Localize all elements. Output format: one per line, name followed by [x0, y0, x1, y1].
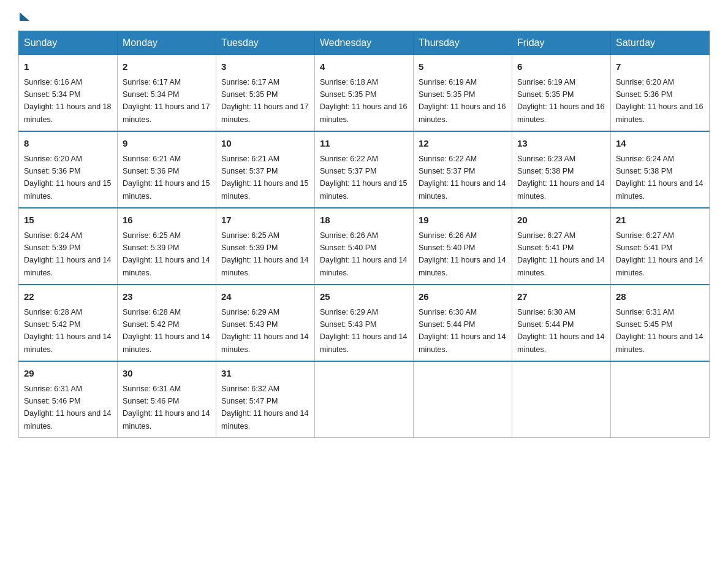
day-info: Sunrise: 6:27 AMSunset: 5:41 PMDaylight:… — [616, 231, 703, 277]
calendar-cell: 30 Sunrise: 6:31 AMSunset: 5:46 PMDaylig… — [118, 361, 216, 438]
day-number: 13 — [517, 137, 605, 151]
day-number: 7 — [616, 60, 704, 74]
day-number: 5 — [419, 60, 507, 74]
day-number: 24 — [221, 290, 309, 304]
week-row-3: 15 Sunrise: 6:24 AMSunset: 5:39 PMDaylig… — [19, 208, 710, 285]
calendar-cell: 16 Sunrise: 6:25 AMSunset: 5:39 PMDaylig… — [118, 208, 216, 285]
day-number: 1 — [24, 60, 112, 74]
calendar-cell: 17 Sunrise: 6:25 AMSunset: 5:39 PMDaylig… — [216, 208, 315, 285]
day-number: 21 — [616, 213, 704, 228]
day-number: 6 — [517, 60, 605, 74]
day-number: 19 — [419, 213, 507, 228]
day-info: Sunrise: 6:31 AMSunset: 5:45 PMDaylight:… — [616, 308, 703, 354]
calendar-cell: 29 Sunrise: 6:31 AMSunset: 5:46 PMDaylig… — [19, 361, 118, 438]
header-friday: Friday — [512, 31, 611, 55]
week-row-1: 1 Sunrise: 6:16 AMSunset: 5:34 PMDayligh… — [19, 55, 710, 132]
day-number: 15 — [24, 213, 112, 228]
day-info: Sunrise: 6:16 AMSunset: 5:34 PMDaylight:… — [24, 78, 111, 124]
day-number: 2 — [123, 60, 211, 74]
day-number: 12 — [419, 137, 507, 151]
day-info: Sunrise: 6:21 AMSunset: 5:36 PMDaylight:… — [123, 155, 210, 201]
day-info: Sunrise: 6:18 AMSunset: 5:35 PMDaylight:… — [320, 78, 407, 124]
day-number: 23 — [123, 290, 211, 304]
calendar-cell: 15 Sunrise: 6:24 AMSunset: 5:39 PMDaylig… — [19, 208, 118, 285]
day-number: 14 — [616, 137, 704, 151]
calendar-cell: 5 Sunrise: 6:19 AMSunset: 5:35 PMDayligh… — [414, 55, 512, 132]
calendar-cell: 10 Sunrise: 6:21 AMSunset: 5:37 PMDaylig… — [216, 131, 315, 208]
calendar-cell — [611, 361, 710, 438]
calendar-cell: 21 Sunrise: 6:27 AMSunset: 5:41 PMDaylig… — [611, 208, 710, 285]
day-info: Sunrise: 6:30 AMSunset: 5:44 PMDaylight:… — [517, 308, 604, 354]
calendar-cell — [512, 361, 611, 438]
calendar-cell: 22 Sunrise: 6:28 AMSunset: 5:42 PMDaylig… — [19, 285, 118, 361]
calendar-cell: 4 Sunrise: 6:18 AMSunset: 5:35 PMDayligh… — [315, 55, 414, 132]
day-info: Sunrise: 6:20 AMSunset: 5:36 PMDaylight:… — [24, 155, 111, 201]
day-info: Sunrise: 6:17 AMSunset: 5:34 PMDaylight:… — [123, 78, 210, 124]
day-info: Sunrise: 6:21 AMSunset: 5:37 PMDaylight:… — [221, 155, 308, 201]
day-info: Sunrise: 6:31 AMSunset: 5:46 PMDaylight:… — [123, 385, 210, 431]
calendar-cell: 31 Sunrise: 6:32 AMSunset: 5:47 PMDaylig… — [216, 361, 315, 438]
day-number: 11 — [320, 137, 408, 151]
day-info: Sunrise: 6:29 AMSunset: 5:43 PMDaylight:… — [221, 308, 308, 354]
day-number: 22 — [24, 290, 112, 304]
day-info: Sunrise: 6:28 AMSunset: 5:42 PMDaylight:… — [123, 308, 210, 354]
day-info: Sunrise: 6:19 AMSunset: 5:35 PMDaylight:… — [419, 78, 506, 124]
day-number: 8 — [24, 137, 112, 151]
calendar-cell: 23 Sunrise: 6:28 AMSunset: 5:42 PMDaylig… — [118, 285, 216, 361]
header-row: SundayMondayTuesdayWednesdayThursdayFrid… — [19, 31, 710, 55]
header-sunday: Sunday — [19, 31, 118, 55]
calendar-cell: 13 Sunrise: 6:23 AMSunset: 5:38 PMDaylig… — [512, 131, 611, 208]
day-info: Sunrise: 6:31 AMSunset: 5:46 PMDaylight:… — [24, 385, 111, 431]
day-number: 16 — [123, 213, 211, 228]
calendar-cell: 20 Sunrise: 6:27 AMSunset: 5:41 PMDaylig… — [512, 208, 611, 285]
day-number: 28 — [616, 290, 704, 304]
day-info: Sunrise: 6:24 AMSunset: 5:38 PMDaylight:… — [616, 155, 703, 201]
day-info: Sunrise: 6:25 AMSunset: 5:39 PMDaylight:… — [221, 231, 308, 277]
header-monday: Monday — [118, 31, 216, 55]
day-info: Sunrise: 6:26 AMSunset: 5:40 PMDaylight:… — [320, 231, 407, 277]
calendar-cell — [414, 361, 512, 438]
day-number: 25 — [320, 290, 408, 304]
day-info: Sunrise: 6:26 AMSunset: 5:40 PMDaylight:… — [419, 231, 506, 277]
calendar-cell: 9 Sunrise: 6:21 AMSunset: 5:36 PMDayligh… — [118, 131, 216, 208]
day-number: 3 — [221, 60, 309, 74]
calendar-cell: 19 Sunrise: 6:26 AMSunset: 5:40 PMDaylig… — [414, 208, 512, 285]
calendar-cell: 12 Sunrise: 6:22 AMSunset: 5:37 PMDaylig… — [414, 131, 512, 208]
week-row-2: 8 Sunrise: 6:20 AMSunset: 5:36 PMDayligh… — [19, 131, 710, 208]
day-number: 26 — [419, 290, 507, 304]
calendar-cell: 6 Sunrise: 6:19 AMSunset: 5:35 PMDayligh… — [512, 55, 611, 132]
page-header — [18, 12, 710, 18]
day-number: 10 — [221, 137, 309, 151]
day-info: Sunrise: 6:28 AMSunset: 5:42 PMDaylight:… — [24, 308, 111, 354]
day-number: 31 — [221, 367, 309, 381]
calendar-cell — [315, 361, 414, 438]
calendar-cell: 24 Sunrise: 6:29 AMSunset: 5:43 PMDaylig… — [216, 285, 315, 361]
logo — [18, 12, 31, 18]
calendar-table: SundayMondayTuesdayWednesdayThursdayFrid… — [18, 31, 710, 438]
day-info: Sunrise: 6:22 AMSunset: 5:37 PMDaylight:… — [320, 155, 407, 201]
header-saturday: Saturday — [611, 31, 710, 55]
day-info: Sunrise: 6:27 AMSunset: 5:41 PMDaylight:… — [517, 231, 604, 277]
calendar-cell: 8 Sunrise: 6:20 AMSunset: 5:36 PMDayligh… — [19, 131, 118, 208]
calendar-cell: 27 Sunrise: 6:30 AMSunset: 5:44 PMDaylig… — [512, 285, 611, 361]
logo-arrow-icon — [20, 12, 29, 21]
day-number: 4 — [320, 60, 408, 74]
header-wednesday: Wednesday — [315, 31, 414, 55]
day-info: Sunrise: 6:19 AMSunset: 5:35 PMDaylight:… — [517, 78, 604, 124]
day-info: Sunrise: 6:22 AMSunset: 5:37 PMDaylight:… — [419, 155, 506, 201]
day-info: Sunrise: 6:25 AMSunset: 5:39 PMDaylight:… — [123, 231, 210, 277]
calendar-cell: 11 Sunrise: 6:22 AMSunset: 5:37 PMDaylig… — [315, 131, 414, 208]
day-number: 30 — [123, 367, 211, 381]
day-number: 20 — [517, 213, 605, 228]
day-info: Sunrise: 6:23 AMSunset: 5:38 PMDaylight:… — [517, 155, 604, 201]
day-info: Sunrise: 6:32 AMSunset: 5:47 PMDaylight:… — [221, 385, 308, 431]
week-row-5: 29 Sunrise: 6:31 AMSunset: 5:46 PMDaylig… — [19, 361, 710, 438]
calendar-cell: 2 Sunrise: 6:17 AMSunset: 5:34 PMDayligh… — [118, 55, 216, 132]
calendar-cell: 7 Sunrise: 6:20 AMSunset: 5:36 PMDayligh… — [611, 55, 710, 132]
calendar-cell: 14 Sunrise: 6:24 AMSunset: 5:38 PMDaylig… — [611, 131, 710, 208]
day-info: Sunrise: 6:17 AMSunset: 5:35 PMDaylight:… — [221, 78, 308, 124]
calendar-cell: 1 Sunrise: 6:16 AMSunset: 5:34 PMDayligh… — [19, 55, 118, 132]
calendar-cell: 3 Sunrise: 6:17 AMSunset: 5:35 PMDayligh… — [216, 55, 315, 132]
day-info: Sunrise: 6:24 AMSunset: 5:39 PMDaylight:… — [24, 231, 111, 277]
day-info: Sunrise: 6:29 AMSunset: 5:43 PMDaylight:… — [320, 308, 407, 354]
